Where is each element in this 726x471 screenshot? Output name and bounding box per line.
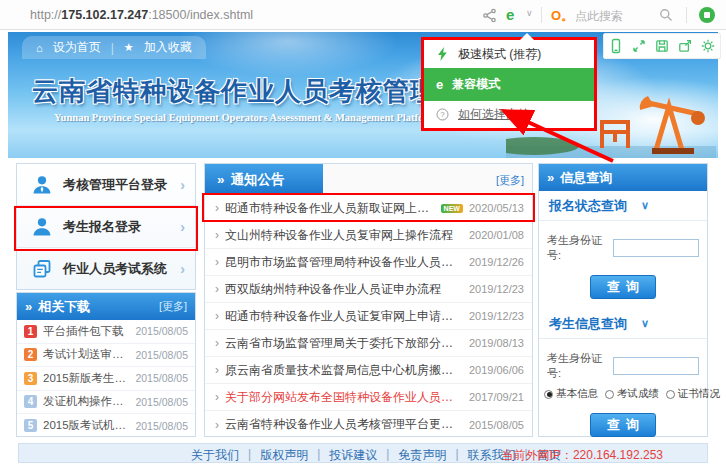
divider — [541, 7, 542, 23]
notice-date: 2019/08/13 — [469, 337, 524, 349]
menu-item-how-to-choose[interactable]: ? 如何选择内核 — [424, 101, 594, 128]
notice-date: 2019/12/26 — [469, 256, 524, 268]
radio-label: 考试成绩 — [617, 387, 659, 401]
notices-title: 通知公告 — [231, 171, 285, 189]
set-home-link[interactable]: 设为首页 — [53, 39, 101, 56]
export-icon[interactable] — [677, 38, 693, 54]
login-item-assessment-platform[interactable]: 考核管理平台登录 › — [17, 164, 195, 206]
search-icon[interactable] — [658, 7, 674, 27]
arrow-icon: › — [215, 309, 219, 323]
login-item-exam-system[interactable]: 作业人员考试系统 › — [17, 248, 195, 290]
url-suffix: :18500/index.shtml — [148, 8, 253, 22]
notice-title: 云南省特种设备作业人员考核管理平台更新至20... — [225, 416, 463, 433]
download-item[interactable]: 2 考试计划送审、审核 ... 2015/08/05 — [17, 344, 195, 368]
radio-icon — [666, 390, 675, 399]
ip-label: 当前外网IP： — [502, 448, 573, 462]
download-date: 2015/08/05 — [135, 420, 188, 432]
notice-item[interactable]: › 原云南省质量技术监督局信息中心机房搬迁公告 2019/06/06 — [205, 357, 532, 384]
notice-date: 2019/12/23 — [469, 310, 524, 322]
query-panel: » 信息查询 报名状态查询 ∨ 考生身份证号: 查询 考生信息查询 ∨ 考生身份… — [538, 163, 708, 437]
notice-item[interactable]: › 云南省特种设备作业人员考核管理平台更新至20... 2015/08/05 — [205, 411, 532, 438]
footer-link-disclaimer[interactable]: 免责声明 — [398, 447, 446, 464]
menu-item-label: 兼容模式 — [452, 76, 500, 93]
login-item-candidate-registration[interactable]: 考生报名登录 › — [17, 206, 195, 248]
share-icon[interactable] — [482, 8, 497, 27]
arrow-icon: › — [215, 282, 219, 296]
mobile-icon[interactable] — [608, 38, 624, 54]
arrow-icon: › — [215, 255, 219, 269]
notice-item[interactable]: › 关于部分网站发布全国特种设备作业人员不实信息... 2017/09/21 — [205, 384, 532, 411]
notices-panel: » 通知公告 [更多] › 昭通市特种设备作业人员新取证网上报名流程 NEW 2… — [204, 163, 533, 437]
notice-title: 昆明市市场监督管理局特种设备作业人员复审流程... — [225, 254, 463, 271]
menu-item-compat-mode[interactable]: e 兼容模式 — [424, 68, 594, 101]
360-search-logo[interactable]: O。 — [551, 7, 574, 25]
notice-item[interactable]: › 文山州特种设备作业人员复审网上操作流程 2020/01/08 — [205, 222, 532, 249]
id-number-input[interactable] — [613, 239, 699, 257]
kernel-mode-menu: 极速模式 (推荐) e 兼容模式 ? 如何选择内核 — [421, 37, 597, 131]
url-text[interactable]: http://175.102.17.247:18500/index.shtml — [30, 8, 253, 22]
download-item[interactable]: 1 平台插件包下载 2015/08/05 — [17, 320, 195, 344]
downloads-more-link[interactable]: [更多] — [159, 299, 187, 314]
fullscreen-icon[interactable] — [631, 38, 647, 54]
double-arrow-icon: » — [547, 170, 554, 185]
notice-item[interactable]: › 西双版纳州特种设备作业人员证申办流程 2019/12/23 — [205, 276, 532, 303]
arrow-icon: › — [215, 336, 219, 350]
query-button[interactable]: 查询 — [590, 413, 656, 437]
notices-more-link[interactable]: [更多] — [496, 173, 524, 188]
download-item[interactable]: 4 发证机构操作手册 2015/08/05 — [17, 391, 195, 415]
notice-title: 云南省市场监督管理局关于委托下放部分行政许可... — [225, 335, 463, 352]
download-date: 2015/08/05 — [135, 325, 188, 337]
footer-link-complaint[interactable]: 投诉建议 — [329, 447, 377, 464]
ie-kernel-icon[interactable]: e — [506, 6, 514, 23]
divider: | — [455, 447, 458, 464]
chevron-right-icon: › — [180, 219, 185, 235]
id-number-label: 考生身份证号: — [547, 351, 609, 381]
downloads-panel: » 相关下载 [更多] 1 平台插件包下载 2015/08/05 2 考试计划送… — [16, 292, 196, 437]
rank-badge: 2 — [24, 348, 37, 361]
radio-label: 证书情况 — [678, 387, 720, 401]
notice-title: 原云南省质量技术监督局信息中心机房搬迁公告 — [225, 362, 463, 379]
menu-item-speed-mode[interactable]: 极速模式 (推荐) — [424, 40, 594, 68]
chevron-right-icon: › — [180, 177, 185, 193]
new-badge: NEW — [441, 204, 463, 213]
search-input[interactable]: 点此搜索 — [575, 8, 623, 25]
divider: | — [248, 447, 251, 464]
double-arrow-icon: » — [217, 172, 225, 187]
download-date: 2015/08/05 — [135, 349, 188, 361]
id-number-input[interactable] — [613, 357, 699, 375]
notice-item[interactable]: › 云南省市场监督管理局关于委托下放部分行政许可... 2019/08/13 — [205, 330, 532, 357]
notice-item[interactable]: › 昭通市特种设备作业人员证复审网上申请流程及相... 2019/12/23 — [205, 303, 532, 330]
add-favorite-link[interactable]: 加入收藏 — [144, 39, 192, 56]
download-item[interactable]: 3 2015新版考生操作... 2015/08/05 — [17, 367, 195, 391]
notice-title: 文山州特种设备作业人员复审网上操作流程 — [225, 227, 453, 244]
browser-app-icon[interactable] — [699, 7, 715, 23]
info-type-radio-group: 基本信息 考试成绩 证书情况 — [539, 381, 707, 401]
login-item-label: 考核管理平台登录 — [63, 176, 167, 194]
notice-date: 2017/09/21 — [469, 391, 524, 403]
radio-certificate[interactable]: 证书情况 — [666, 387, 720, 401]
notice-item[interactable]: › 昆明市市场监督管理局特种设备作业人员复审流程... 2019/12/26 — [205, 249, 532, 276]
query-button[interactable]: 查询 — [590, 275, 656, 299]
settings-gear-icon[interactable] — [700, 38, 716, 54]
divider: | — [386, 447, 389, 464]
section-candidate-info[interactable]: 考生信息查询 ∨ — [539, 309, 707, 339]
footer-link-copyright[interactable]: 版权声明 — [260, 447, 308, 464]
save-icon[interactable] — [654, 38, 670, 54]
double-arrow-icon: » — [25, 299, 32, 314]
radio-icon — [605, 390, 614, 399]
notice-date: 2015/08/05 — [469, 419, 524, 431]
section-registration-status[interactable]: 报名状态查询 ∨ — [539, 191, 707, 221]
radio-exam-score[interactable]: 考试成绩 — [605, 387, 659, 401]
download-date: 2015/08/05 — [135, 396, 188, 408]
rank-badge: 1 — [24, 325, 37, 338]
section-title: 报名状态查询 — [549, 197, 627, 215]
notice-title: 西双版纳州特种设备作业人员证申办流程 — [225, 281, 441, 298]
download-item[interactable]: 5 2015版考试机构操... 2015/08/05 — [17, 414, 195, 438]
kernel-chevron-down-icon[interactable]: ∨ — [526, 8, 533, 18]
footer-link-about[interactable]: 关于我们 — [191, 447, 239, 464]
download-title: 2015新版考生操作... — [43, 371, 129, 386]
notice-item[interactable]: › 昭通市特种设备作业人员新取证网上报名流程 NEW 2020/05/13 — [205, 195, 532, 222]
notice-date: 2020/05/13 — [469, 202, 524, 214]
download-title: 发证机构操作手册 — [43, 394, 129, 409]
radio-basic-info[interactable]: 基本信息 — [544, 387, 598, 401]
